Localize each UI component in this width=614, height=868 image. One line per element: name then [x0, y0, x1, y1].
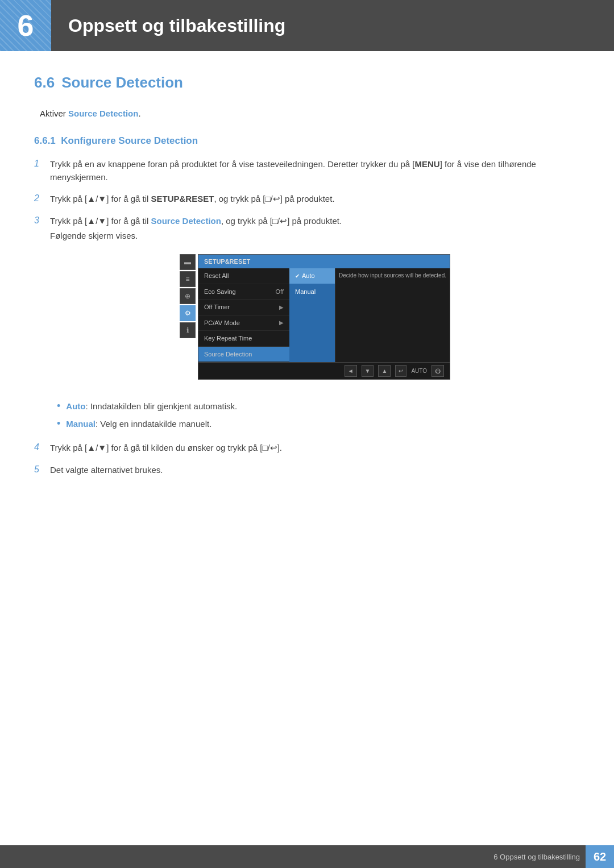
step-1-text: Trykk på en av knappene foran på produkt… — [50, 158, 580, 184]
osd-item-reset: Reset All — [198, 268, 289, 284]
bullet-dot-2: • — [57, 418, 60, 429]
step-1-bold: MENU — [414, 159, 439, 169]
bullet-auto-text: Auto: Inndatakilden blir gjenkjent autom… — [66, 400, 237, 413]
step-3-number: 3 — [34, 215, 50, 226]
osd-item-pcav: PC/AV Mode ▶ — [198, 315, 289, 331]
steps-list-2: 4 Trykk på [▲/▼] for å gå til kilden du … — [34, 442, 580, 476]
osd-btn-down: ▼ — [362, 365, 374, 377]
bullet-manual: • Manual: Velg en inndatakilde manuelt. — [57, 418, 580, 431]
bullet-auto: • Auto: Inndatakilden blir gjenkjent aut… — [57, 400, 580, 413]
step-3-text: Trykk på [▲/▼] for å gå til Source Detec… — [50, 215, 580, 392]
steps-list: 1 Trykk på en av knappene foran på produ… — [34, 158, 580, 391]
step-4-number: 4 — [34, 442, 50, 452]
step-3-subtext: Følgende skjerm vises. — [50, 230, 580, 243]
osd-side-icons: ▬ ≡ ⊕ ⚙ ℹ — [180, 254, 196, 380]
osd-submenu-auto-label: Auto — [302, 271, 315, 281]
osd-btn-up: ▲ — [378, 365, 391, 377]
osd-item-reset-label: Reset All — [204, 271, 229, 281]
step-2-text: Trykk på [▲/▼] for å gå til SETUP&RESET,… — [50, 193, 580, 206]
step-2-number: 2 — [34, 193, 50, 203]
osd-menu-col: Reset All Eco Saving Off Off Timer ▶ — [198, 268, 289, 362]
chapter-header: 6 Oppsett og tilbakestilling — [0, 0, 614, 51]
osd-submenu-col: ✔ Auto Manual — [289, 268, 335, 362]
step-2-bold: SETUP&RESET — [151, 194, 214, 203]
intro-text-before: Aktiver — [40, 109, 68, 118]
step-1-number: 1 — [34, 158, 50, 169]
osd-item-pcav-label: PC/AV Mode — [204, 318, 240, 328]
osd-submenu-manual-label: Manual — [295, 288, 316, 295]
osd-item-source: Source Detection — [198, 347, 289, 363]
osd-item-source-label: Source Detection — [204, 350, 252, 359]
footer-page-number: 62 — [586, 845, 614, 868]
footer-text: 6 Oppsett og tilbakestilling — [493, 853, 586, 861]
osd-submenu-auto-check: ✔ — [295, 272, 300, 280]
osd-btn-enter: ↩ — [395, 365, 406, 377]
side-icon-5: ℹ — [180, 322, 196, 338]
osd-item-keyrepeat-label: Key Repeat Time — [204, 334, 252, 343]
osd-btn-left: ◄ — [345, 365, 357, 377]
bullet-manual-text: Manual: Velg en inndatakilde manuelt. — [66, 418, 211, 431]
osd-item-timer-label: Off Timer — [204, 302, 230, 312]
osd-item-eco: Eco Saving Off — [198, 284, 289, 300]
osd-item-keyrepeat: Key Repeat Time — [198, 331, 289, 347]
section-title: 6.6Source Detection — [34, 74, 580, 92]
section-number: 6.6 — [34, 74, 55, 91]
step-2: 2 Trykk på [▲/▼] for å gå til SETUP&RESE… — [34, 193, 580, 206]
osd-bottom-bar: ◄ ▼ ▲ ↩ AUTO ⏻ — [198, 362, 450, 379]
step-4: 4 Trykk på [▲/▼] for å gå til kilden du … — [34, 442, 580, 455]
osd-item-eco-label: Eco Saving — [204, 287, 236, 297]
step-3-inline: Trykk på [▲/▼] for å gå til Source Detec… — [50, 216, 342, 226]
osd-item-eco-value: Off — [276, 287, 284, 297]
intro-paragraph: Aktiver Source Detection. — [34, 109, 580, 118]
side-icon-3: ⊕ — [180, 288, 196, 304]
osd-btn-power: ⏻ — [432, 365, 444, 377]
section-name: Source Detection — [61, 74, 183, 91]
subsection-name: Konfigurere Source Detection — [61, 135, 198, 146]
bullet-manual-label: Manual — [66, 419, 96, 429]
osd-item-timer-arrow: ▶ — [279, 303, 284, 312]
bullet-dot-1: • — [57, 401, 60, 411]
side-icon-4: ⚙ — [180, 305, 196, 321]
osd-item-timer: Off Timer ▶ — [198, 300, 289, 315]
osd-info-col: Decide how input sources will be detecte… — [335, 268, 450, 362]
footer: 6 Oppsett og tilbakestilling 62 — [0, 845, 614, 868]
subsection-title: 6.6.1 Konfigurere Source Detection — [34, 135, 580, 147]
step-3: 3 Trykk på [▲/▼] for å gå til Source Det… — [34, 215, 580, 392]
osd-submenu-manual: Manual — [289, 284, 335, 300]
bullet-auto-label: Auto — [66, 401, 85, 411]
step-5: 5 Det valgte alternativet brukes. — [34, 464, 580, 477]
main-content: 6.6Source Detection Aktiver Source Detec… — [0, 74, 614, 531]
chapter-number: 6 — [0, 0, 51, 51]
osd-main: SETUP&RESET Reset All Eco Saving — [198, 254, 450, 380]
step-1: 1 Trykk på en av knappene foran på produ… — [34, 158, 580, 184]
side-icon-1: ▬ — [180, 254, 196, 270]
osd-menu-header: SETUP&RESET — [198, 255, 450, 269]
subsection-number: 6.6.1 — [34, 135, 56, 146]
step-4-text: Trykk på [▲/▼] for å gå til kilden du øn… — [50, 442, 580, 455]
osd-wrapper: ▬ ≡ ⊕ ⚙ ℹ SETUP&RESET — [180, 254, 450, 380]
osd-content-row: Reset All Eco Saving Off Off Timer ▶ — [198, 268, 450, 362]
osd-info-text: Decide how input sources will be detecte… — [339, 272, 446, 280]
chapter-title: Oppsett og tilbakestilling — [51, 15, 285, 36]
osd-label-auto: AUTO — [411, 367, 427, 375]
intro-highlight: Source Detection — [68, 109, 138, 118]
intro-text-after: . — [138, 109, 140, 118]
step-3-highlight: Source Detection — [151, 216, 221, 226]
side-icon-2: ≡ — [180, 271, 196, 287]
step-5-text: Det valgte alternativet brukes. — [50, 464, 580, 477]
bullet-list: • Auto: Inndatakilden blir gjenkjent aut… — [57, 400, 580, 430]
osd-item-pcav-arrow: ▶ — [279, 318, 284, 327]
osd-screenshot: ▬ ≡ ⊕ ⚙ ℹ SETUP&RESET — [50, 254, 580, 380]
osd-submenu-auto: ✔ Auto — [289, 268, 335, 284]
step-5-number: 5 — [34, 464, 50, 475]
